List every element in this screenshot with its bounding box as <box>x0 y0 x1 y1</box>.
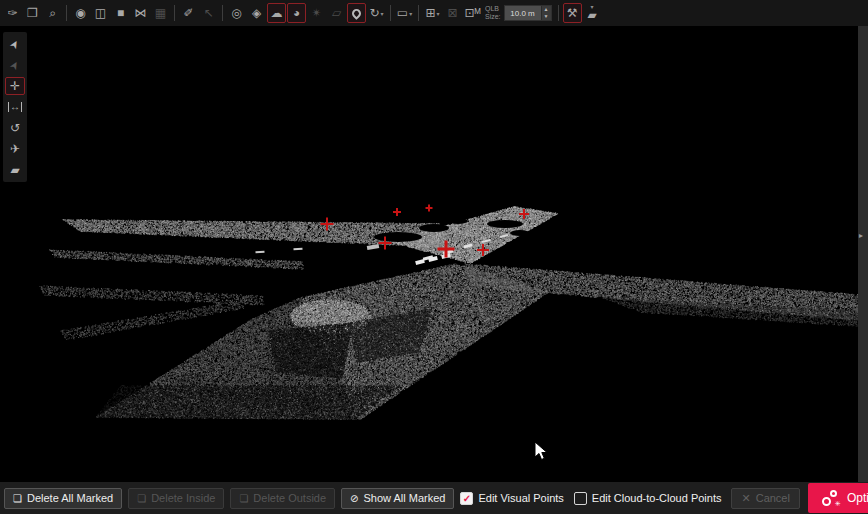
eraser-tool-icon: ▰ <box>10 163 19 177</box>
windows-layout-icon: ❐ <box>27 7 38 19</box>
cancel-button-label: Cancel <box>756 492 790 504</box>
solid-view-icon[interactable]: ■ <box>111 3 130 23</box>
windows-layout-icon[interactable]: ❐ <box>23 3 42 23</box>
location-pin-icon <box>350 7 363 20</box>
pan-move-icon[interactable]: ✛ <box>5 77 25 95</box>
disc-icon: ◎ <box>231 7 241 19</box>
delete-inside-icon: ❏ <box>137 493 146 504</box>
qlb-label-line1: QLB <box>485 5 501 13</box>
point-cloud-icon: ☁ <box>271 7 283 19</box>
qlb-size-stepper[interactable]: ▲▼ <box>541 6 551 20</box>
delete-all-marked-button[interactable]: ❏Delete All Marked <box>4 488 122 509</box>
zoom-region-icon[interactable]: ⌕ <box>43 3 62 23</box>
orbit-rotate-icon: ↻ <box>369 7 379 19</box>
edit-cloud-to-cloud-checkbox-label: Edit Cloud-to-Cloud Points <box>592 492 722 504</box>
select-cursor-icon[interactable]: ➤ <box>5 35 25 53</box>
tag-icon[interactable]: ◈ <box>247 3 266 23</box>
optimize-bundle-button[interactable]: ✳ Optimize Bundle <box>808 483 868 513</box>
align-distance-icon[interactable]: ↔ <box>5 98 25 116</box>
box-axes-icon: ⊞ <box>425 7 435 19</box>
control-network-icon: ✴ <box>311 7 321 19</box>
textured-sphere-icon[interactable]: ◕ <box>287 3 306 23</box>
qlb-size-input[interactable]: 10.0 m▲▼ <box>504 5 552 21</box>
edit-cloud-to-cloud-checkbox[interactable] <box>574 492 587 505</box>
right-panel-strip: ▸ <box>858 26 868 482</box>
panel-expander-arrow-icon[interactable]: ▸ <box>859 231 863 240</box>
tag-icon: ◈ <box>252 7 261 19</box>
left-tool-palette: ➤➤✛↔↺✈▰ <box>3 32 27 182</box>
qlb-label-line2: Size: <box>485 13 501 21</box>
align-distance-icon: ↔ <box>8 102 22 112</box>
qlb-size-control: QLBSize:10.0 m▲▼ <box>485 5 552 21</box>
ruler-icon[interactable]: ▱ <box>327 3 346 23</box>
dropdown-caret-icon: ▾ <box>381 10 384 17</box>
solid-view-icon: ■ <box>117 7 124 19</box>
toolbar-separator <box>222 5 223 21</box>
measure-pen-icon[interactable]: ✐ <box>179 3 198 23</box>
bottom-action-bar: ❏Delete All Marked❏Delete Inside❏Delete … <box>0 482 868 514</box>
camera-view-icon[interactable]: ◉ <box>71 3 90 23</box>
ruler-icon: ▱ <box>332 7 341 19</box>
control-network-icon[interactable]: ✴ <box>307 3 326 23</box>
toolbar-separator <box>66 5 67 21</box>
show-all-marked-button[interactable]: ⊘Show All Marked <box>341 488 454 509</box>
delete-outside-button-label: Delete Outside <box>253 492 326 504</box>
cancel-button[interactable]: ✕ Cancel <box>731 488 799 509</box>
show-marked-icon: ⊘ <box>350 493 358 504</box>
location-pin-icon[interactable] <box>347 3 366 23</box>
smart-select-cursor-icon: ➤ <box>7 58 23 72</box>
dropdown-caret-icon: ▾ <box>409 10 412 17</box>
orbit-person-icon[interactable]: ↺ <box>5 119 25 137</box>
delete-outside-button[interactable]: ❏Delete Outside <box>230 488 335 509</box>
zoom-region-icon: ⌕ <box>49 7 56 19</box>
point-cloud-icon[interactable]: ☁ <box>267 3 286 23</box>
select-cursor-icon: ➤ <box>7 37 23 51</box>
edit-visual-points-checkbox-label: Edit Visual Points <box>478 492 563 504</box>
box-axes-icon[interactable]: ⊞▾ <box>423 3 442 23</box>
box-marked-icon: ⊡ᴹ <box>464 7 480 19</box>
stepper-down-icon[interactable]: ▼ <box>542 13 551 20</box>
textured-sphere-icon: ◕ <box>293 7 300 19</box>
optimize-bundle-icon: ✳ <box>822 490 840 507</box>
stepper-up-icon[interactable]: ▲ <box>542 6 551 13</box>
measure-pen-icon: ✐ <box>183 7 193 19</box>
eraser-icon[interactable]: ▾▰ <box>583 3 602 23</box>
fly-through-icon: ✈ <box>10 142 20 156</box>
panorama-view-icon[interactable]: ⋈ <box>131 3 150 23</box>
delete-outside-icon: ❏ <box>239 493 248 504</box>
delete-inside-button[interactable]: ❏Delete Inside <box>128 488 224 509</box>
orbit-rotate-icon[interactable]: ↻▾ <box>367 3 386 23</box>
toolbar-separator <box>418 5 419 21</box>
dropdown-caret-icon: ▾ <box>437 10 440 17</box>
eraser-icon: ▰ <box>587 9 596 21</box>
camera-view-icon: ◉ <box>75 7 85 19</box>
edit-cloud-to-cloud-checkbox-group: Edit Cloud-to-Cloud Points <box>574 492 722 505</box>
split-view-icon[interactable]: ◫ <box>91 3 110 23</box>
images-view-icon[interactable]: ▦ <box>151 3 170 23</box>
viewport[interactable] <box>0 26 868 482</box>
split-view-icon: ◫ <box>95 7 106 19</box>
point-cloud-canvas[interactable] <box>0 26 868 482</box>
toolbar-separator <box>558 5 559 21</box>
edit-visual-points-checkbox-group: ✓Edit Visual Points <box>460 492 563 505</box>
paint-trowel-icon[interactable]: ⚒ <box>563 3 582 23</box>
box-marked-icon[interactable]: ⊡ᴹ <box>463 3 482 23</box>
eraser-tool-icon[interactable]: ▰ <box>5 161 25 179</box>
disc-icon[interactable]: ◎ <box>227 3 246 23</box>
show-all-marked-button-label: Show All Marked <box>364 492 446 504</box>
delete-inside-button-label: Delete Inside <box>151 492 215 504</box>
annotate-stylus-icon[interactable]: ✑ <box>3 3 22 23</box>
delete-all-marked-button-label: Delete All Marked <box>27 492 113 504</box>
application-window: ✑❐⌕◉◫■⋈▦✐↖◎◈☁◕✴▱↻▾▭▾⊞▾⊠⊡ᴹQLBSize:10.0 m▲… <box>0 0 868 514</box>
edit-visual-points-checkbox[interactable]: ✓ <box>460 492 473 505</box>
smart-select-cursor-icon[interactable]: ➤ <box>5 56 25 74</box>
delete-marked-icon: ❏ <box>13 493 22 504</box>
paint-trowel-icon: ⚒ <box>567 7 578 19</box>
panorama-view-icon: ⋈ <box>135 7 147 19</box>
annotate-stylus-icon: ✑ <box>7 7 17 19</box>
marquee-select-icon[interactable]: ▭▾ <box>395 3 414 23</box>
cursor-probe-icon[interactable]: ↖ <box>199 3 218 23</box>
qlb-size-value: 10.0 m <box>505 6 541 20</box>
box-clip-icon[interactable]: ⊠ <box>443 3 462 23</box>
fly-through-icon[interactable]: ✈ <box>5 140 25 158</box>
